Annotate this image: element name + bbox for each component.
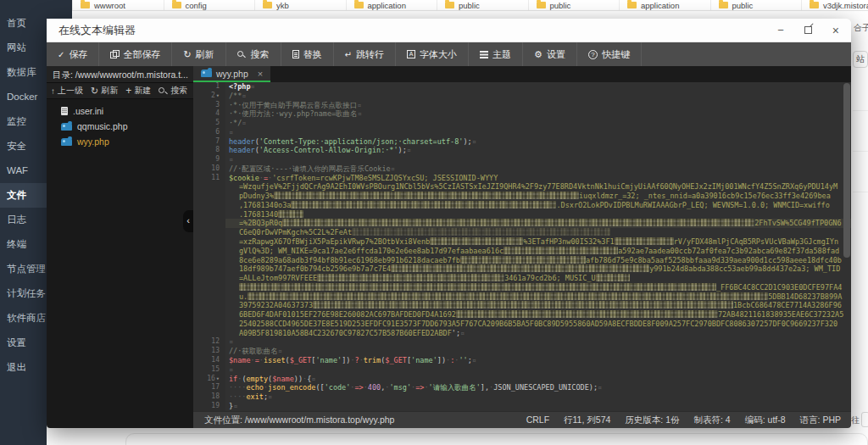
- hotkeys-button[interactable]: 快捷键: [577, 42, 642, 66]
- code-line: 39759232A046373731BcbC686478CE7714A3286F…: [225, 301, 851, 310]
- code-token: $name: [229, 356, 251, 364]
- folder-entry[interactable]: application: [346, 0, 437, 10]
- blurred-text-block: [291, 201, 556, 209]
- tab-wyy-php[interactable]: wyy.php ×: [193, 66, 270, 82]
- status-item[interactable]: CRLF: [526, 414, 549, 426]
- status-item[interactable]: 语言: PHP: [800, 414, 841, 426]
- folder-entry[interactable]: application: [619, 0, 710, 10]
- php-file-icon: [61, 123, 72, 131]
- sidebar-item-docker[interactable]: Docker: [0, 85, 47, 109]
- file-action-refresh[interactable]: 刷新: [91, 85, 118, 97]
- status-item[interactable]: 行11, 列574: [564, 414, 610, 426]
- sidebar-item-terminal[interactable]: 终端: [0, 232, 47, 257]
- fold-icon[interactable]: ▾: [216, 375, 220, 382]
- theme-button[interactable]: 主题: [469, 42, 523, 66]
- panel-collapse-handle[interactable]: [183, 210, 193, 232]
- sidebar-item-database[interactable]: 数据库: [0, 60, 47, 85]
- fold-icon[interactable]: ▾: [216, 92, 220, 99]
- editor-tab-bar: wyy.php ×: [193, 66, 851, 82]
- background-content-box: [125, 433, 868, 445]
- file-action-search[interactable]: 搜索: [159, 85, 187, 97]
- code-token: pDudny3%: [239, 192, 274, 200]
- settings-button[interactable]: 设置: [523, 42, 577, 66]
- code-row: 11$cookie·=·'csrfToken=rcwKPjwTM8eSMSLZJ…: [193, 174, 851, 183]
- status-item[interactable]: 编码: utf-8: [745, 414, 786, 426]
- folder-entry[interactable]: wwwroot: [72, 0, 164, 10]
- status-item[interactable]: 历史版本: 1份: [625, 414, 679, 426]
- code-token: 'msg': [389, 383, 411, 392]
- replace-icon: [292, 50, 299, 58]
- code-token: _FF6BC4C8CC2D1C903E0DCFE97FA4: [716, 283, 842, 292]
- code-line: ¤: [225, 365, 851, 375]
- sidebar-item-settings[interactable]: 设置: [0, 331, 47, 355]
- code-editor[interactable]: wyy.php × 1<?php¤2▾/**¤3·*·仅用于黄白助手网易云音乐点…: [193, 66, 851, 411]
- file-action-new[interactable]: 新建: [125, 85, 151, 97]
- site-pill-fragment[interactable]: 站: [853, 51, 868, 68]
- font-size-button[interactable]: 字体大小: [396, 42, 469, 66]
- code-line: //·配置区域·---·请填入你的网易云音乐Cookie¤: [225, 164, 851, 174]
- window-controls: [777, 24, 839, 37]
- code-line: ·*·仅用于黄白助手网易云音乐点歌接口¤: [225, 101, 851, 110]
- gutter-line-number: [193, 201, 225, 210]
- blurred-text-block: [430, 237, 523, 245]
- file-row[interactable]: .user.ini: [47, 103, 193, 119]
- gutter-line-number: [193, 228, 225, 237]
- sidebar-item-home[interactable]: 首页: [0, 11, 47, 36]
- folder-entry[interactable]: public: [528, 0, 620, 10]
- code-token: ¤: [460, 329, 465, 337]
- maximize-icon[interactable]: [804, 26, 812, 34]
- status-item[interactable]: 制表符: 4: [694, 414, 731, 426]
- tab-close-icon[interactable]: ×: [258, 69, 263, 79]
- search-button[interactable]: 搜索: [226, 42, 281, 66]
- code-token: 'csrfToken=rcwKPjwTM8eSMSLZJQSYxcSU; JSE…: [272, 174, 498, 182]
- sidebar-item-node-manage[interactable]: 节点管理: [0, 257, 47, 281]
- code-token: ¤: [472, 137, 476, 146]
- code-row: 7header('Content-Type:·application/json;…: [193, 137, 851, 147]
- minimize-icon[interactable]: [777, 24, 784, 36]
- code-line: /**¤: [225, 92, 851, 101]
- code-token: iuqxldmzr_=32; _ntes_nnid=a0a39016cb9c15…: [579, 192, 831, 200]
- goto-line-button[interactable]: 跳转行: [334, 42, 396, 66]
- sidebar-item-logs[interactable]: 日志: [0, 208, 47, 232]
- save-button[interactable]: 保存: [47, 42, 99, 66]
- sidebar-item-security[interactable]: 安全: [0, 134, 47, 159]
- sidebar-item-app-store[interactable]: 软件商店: [0, 306, 47, 331]
- goto-input-fragment[interactable]: [861, 412, 868, 427]
- folder-entry[interactable]: config: [164, 0, 255, 10]
- file-location: 文件位置: /www/wwwroot/m.mistora.top/wyy.php: [204, 414, 394, 426]
- folder-label: application: [641, 1, 679, 10]
- sidebar-item-monitor[interactable]: 监控: [0, 109, 47, 134]
- directory-path: 目录: /www/wwwroot/m.mistora.t...: [47, 66, 193, 83]
- code-token: 3461a79cd2b6; MUSIC_U: [504, 274, 595, 282]
- folder-entry[interactable]: ykb: [254, 0, 346, 10]
- sidebar-item-website[interactable]: 网站: [0, 36, 47, 60]
- editor-scrollbar-thumb[interactable]: [843, 83, 850, 258]
- code-token: 72AB4821161838935EAE6C37232A5: [718, 310, 843, 319]
- new-icon: [125, 85, 131, 97]
- file-action-up[interactable]: 上一级: [51, 85, 83, 97]
- code-token: ¤: [268, 392, 272, 401]
- sidebar-item-logout[interactable]: 退出: [0, 355, 47, 380]
- refresh-button[interactable]: 刷新: [172, 42, 225, 66]
- gutter-line-number: [193, 219, 225, 228]
- file-row[interactable]: wyy.php: [47, 134, 193, 149]
- gutter-line-number: 15: [193, 365, 225, 375]
- sidebar-item-cron[interactable]: 计划任务: [0, 281, 47, 306]
- replace-button[interactable]: 替换: [281, 42, 334, 66]
- folder-icon: [354, 2, 364, 8]
- code-token: =>: [354, 383, 363, 392]
- folder-entry[interactable]: v3djk.mistora: [801, 0, 868, 10]
- sidebar-item-waf[interactable]: WAF: [0, 159, 47, 183]
- file-row[interactable]: qqmusic.php: [47, 119, 193, 134]
- save-all-button[interactable]: 全部保存: [99, 42, 172, 66]
- folder-label: application: [368, 1, 406, 10]
- folder-entry[interactable]: public: [437, 0, 528, 10]
- code-line: ····exit;¤: [225, 392, 851, 402]
- gutter-line-number: 13: [193, 347, 225, 356]
- file-icon: [61, 107, 68, 115]
- sidebar-item-files[interactable]: 文件: [0, 183, 47, 208]
- php-file-icon: [201, 70, 212, 77]
- folder-entry[interactable]: public: [710, 0, 802, 10]
- folder-label: ykb: [276, 1, 289, 10]
- close-icon[interactable]: [832, 24, 839, 37]
